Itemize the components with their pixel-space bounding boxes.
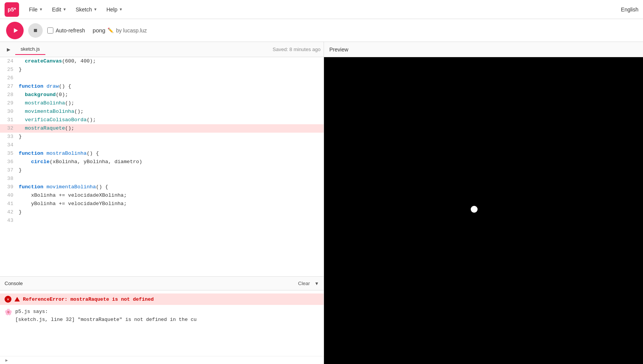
code-line-34: 34	[0, 141, 324, 149]
code-editor[interactable]: 24 createCanvas(600, 400); 25 } 26 27 fu…	[0, 57, 324, 276]
code-line-43: 43	[0, 216, 324, 225]
svg-rect-1	[34, 29, 37, 32]
code-line-41: 41 yBolinha += velocidadeYBolinha;	[0, 200, 324, 208]
code-line-39: 39 function movimentaBolinha() {	[0, 183, 324, 191]
code-line-33: 33 }	[0, 133, 324, 141]
clear-button[interactable]: Clear	[296, 280, 312, 287]
code-line-29: 29 mostraBolinha();	[0, 99, 324, 107]
flower-icon: 🌸	[5, 308, 12, 318]
svg-marker-0	[14, 28, 18, 33]
code-line-30: 30 movimentaBolinha();	[0, 107, 324, 116]
preview-label: Preview	[329, 47, 348, 53]
p5-message-header: p5.js says:	[15, 309, 48, 314]
code-line-25: 25 }	[0, 66, 324, 74]
error-x-icon: ✕	[5, 296, 11, 303]
menu-sketch[interactable]: Sketch ▼	[72, 4, 101, 15]
save-status: Saved: 8 minutes ago	[273, 47, 321, 52]
menu-edit[interactable]: Edit ▼	[48, 4, 70, 15]
preview-canvas	[324, 57, 643, 364]
sketch-title-wrap: pong ✏️ by lucasp.luz	[93, 27, 147, 34]
edit-sketch-name-icon[interactable]: ✏️	[107, 27, 114, 33]
tab-chevron[interactable]: ▶	[3, 44, 14, 55]
play-button[interactable]	[6, 22, 24, 39]
play-icon	[12, 27, 19, 34]
preview-header: Preview	[324, 42, 643, 57]
code-line-32: 32 mostraRaquete();	[0, 124, 324, 133]
toolbar: Auto-refresh pong ✏️ by lucasp.luz	[0, 19, 643, 42]
editor-tabs: ▶ sketch.js Saved: 8 minutes ago	[0, 42, 324, 57]
console-panel: Console Clear ▼ ✕ ReferenceError: mostra…	[0, 276, 324, 364]
code-line-35: 35 function mostraBolinha() {	[0, 149, 324, 158]
expand-console-icon[interactable]: ►	[5, 358, 9, 362]
code-line-26: 26	[0, 74, 324, 82]
code-line-37: 37 }	[0, 166, 324, 175]
help-menu-arrow: ▼	[119, 7, 123, 11]
editor-panel: ▶ sketch.js Saved: 8 minutes ago 24 crea…	[0, 42, 324, 364]
code-line-24: 24 createCanvas(600, 400);	[0, 57, 324, 66]
auto-refresh-wrap: Auto-refresh	[47, 27, 85, 34]
console-header: Console Clear ▼	[0, 277, 324, 290]
code-line-40: 40 xBolinha += velocidadeXBolinha;	[0, 191, 324, 200]
preview-panel: Preview	[324, 42, 643, 364]
code-line-31: 31 verificaColisaoBorda();	[0, 116, 324, 124]
error-triangle-icon	[14, 297, 20, 301]
console-body[interactable]: ✕ ReferenceError: mostraRaquete is not d…	[0, 290, 324, 356]
language-selector[interactable]: English	[621, 6, 638, 13]
stop-icon	[33, 28, 38, 33]
code-line-36: 36 circle(xBolinha, yBolinha, diametro)	[0, 158, 324, 166]
menu-bar: File ▼ Edit ▼ Sketch ▼ Help ▼	[25, 4, 127, 15]
code-line-42: 42 }	[0, 208, 324, 216]
sketch-menu-arrow: ▼	[93, 7, 97, 11]
sketch-name: pong	[93, 27, 105, 34]
code-line-38: 38	[0, 175, 324, 183]
sketch-author: by lucasp.luz	[116, 27, 147, 34]
console-collapse-icon[interactable]: ▼	[314, 281, 319, 286]
console-controls: Clear ▼	[296, 280, 319, 287]
file-menu-arrow: ▼	[39, 7, 43, 11]
code-line-28: 28 background(0);	[0, 91, 324, 99]
stop-button[interactable]	[28, 23, 43, 38]
console-expand: ►	[0, 356, 324, 364]
main-area: ▶ sketch.js Saved: 8 minutes ago 24 crea…	[0, 42, 643, 364]
error-message: ReferenceError: mostraRaquete is not def…	[23, 297, 154, 302]
p5-message-body: [sketch.js, line 32] "mostraRaquete" is …	[15, 317, 197, 322]
edit-menu-arrow: ▼	[63, 7, 67, 11]
menu-help[interactable]: Help ▼	[103, 4, 127, 15]
menu-file[interactable]: File ▼	[25, 4, 47, 15]
auto-refresh-label[interactable]: Auto-refresh	[56, 27, 85, 34]
code-line-27: 27 function draw() {	[0, 82, 324, 91]
ball-sprite	[471, 206, 478, 213]
auto-refresh-checkbox[interactable]	[47, 27, 53, 34]
tab-sketch-js[interactable]: sketch.js	[15, 44, 45, 55]
p5-logo: p5*	[5, 2, 19, 17]
console-title: Console	[5, 281, 23, 286]
console-error-line: ✕ ReferenceError: mostraRaquete is not d…	[0, 293, 324, 305]
top-bar: p5* File ▼ Edit ▼ Sketch ▼ Help ▼ Englis…	[0, 0, 643, 19]
console-p5-message: 🌸 p5.js says: [sketch.js, line 32] "most…	[0, 305, 324, 327]
